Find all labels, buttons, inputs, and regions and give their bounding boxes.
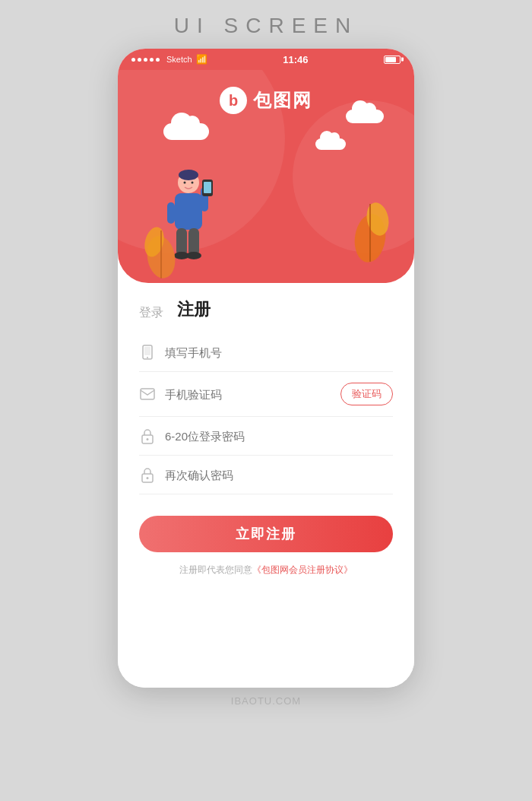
agreement-text: 注册即代表您同意《包图网会员注册协议》 (139, 563, 393, 577)
status-left: Sketch 📶 (131, 54, 207, 65)
tab-login[interactable]: 登录 (139, 305, 163, 324)
watermark: IBAOTU.COM (0, 695, 532, 707)
svg-point-24 (147, 438, 149, 440)
hero-area: b 包图网 (118, 70, 414, 283)
cloud3 (315, 138, 346, 150)
battery-icon (384, 56, 401, 64)
logo-text: 包图网 (253, 88, 312, 113)
phone-input[interactable] (165, 346, 393, 359)
svg-point-10 (186, 252, 201, 259)
svg-rect-22 (141, 389, 154, 399)
svg-rect-20 (144, 347, 150, 355)
carrier-label: Sketch (166, 55, 192, 64)
leaf-right (347, 196, 393, 268)
svg-point-11 (184, 182, 186, 184)
signal-dots (131, 58, 160, 62)
phone-input-group (139, 333, 393, 372)
battery-fill (385, 57, 396, 62)
agreement-link[interactable]: 《包图网会员注册协议》 (252, 564, 353, 575)
leaf-left (141, 219, 182, 283)
confirm-password-input[interactable] (165, 469, 393, 482)
confirm-password-icon (139, 466, 156, 483)
password-input-group (139, 417, 393, 456)
dot4 (150, 58, 154, 62)
sms-input[interactable] (165, 388, 331, 401)
auth-tabs: 登录 注册 (139, 283, 393, 333)
form-area: 登录 注册 验证码 (118, 283, 414, 688)
password-icon (139, 428, 156, 444)
tab-register[interactable]: 注册 (177, 298, 211, 324)
verify-code-button[interactable]: 验证码 (340, 383, 393, 405)
svg-point-26 (147, 477, 149, 479)
dot5 (156, 58, 160, 62)
dot2 (138, 58, 141, 62)
svg-point-12 (192, 182, 194, 184)
svg-rect-5 (204, 182, 211, 193)
sms-input-group: 验证码 (139, 372, 393, 417)
cloud1 (163, 123, 209, 140)
dot3 (144, 58, 147, 62)
confirm-password-input-group (139, 456, 393, 494)
status-bar: Sketch 📶 11:46 (118, 49, 414, 70)
svg-point-21 (147, 357, 148, 358)
status-time: 11:46 (283, 54, 308, 65)
dot1 (131, 58, 135, 62)
logo-icon: b (220, 87, 247, 114)
wifi-icon: 📶 (196, 54, 207, 65)
phone-frame: Sketch 📶 11:46 b 包图网 (118, 49, 414, 688)
svg-point-1 (179, 170, 198, 180)
agreement-prefix: 注册即代表您同意 (179, 564, 252, 575)
logo-area: b 包图网 (118, 87, 414, 114)
svg-rect-8 (188, 228, 199, 256)
password-input[interactable] (165, 430, 393, 443)
sms-icon (139, 386, 156, 402)
phone-icon (139, 344, 156, 361)
register-button[interactable]: 立即注册 (139, 516, 393, 552)
page-title: UI SCREEN (174, 14, 358, 38)
